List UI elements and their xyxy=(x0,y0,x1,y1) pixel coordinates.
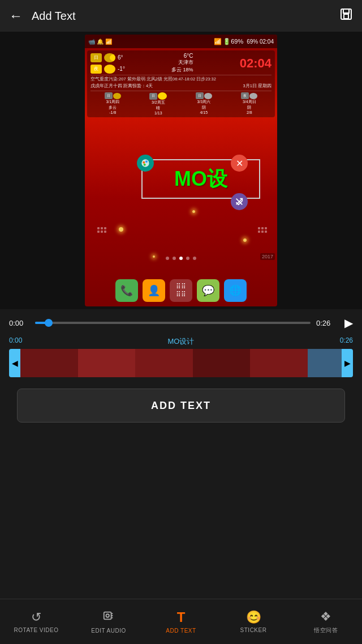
timeline-start-label: 0:00 xyxy=(9,336,22,347)
close-handle[interactable]: ✕ xyxy=(231,155,248,172)
grid-icon-left xyxy=(97,227,106,233)
dot-1 xyxy=(166,257,169,260)
frame-1 xyxy=(20,349,78,377)
grid-icon-right xyxy=(258,227,267,233)
svg-point-4 xyxy=(143,161,145,164)
bottom-toolbar: ↺ ROTATE VIDEO EDIT AUDIO T ADD TEXT 😊 S… xyxy=(0,599,362,644)
dot-3 xyxy=(179,257,183,260)
toolbar-rotate-video[interactable]: ↺ ROTATE VIDEO xyxy=(0,610,72,633)
dot-2 xyxy=(173,257,176,260)
add-text-icon: T xyxy=(177,609,186,625)
rotate-video-label: ROTATE VIDEO xyxy=(14,627,59,633)
total-time-label: 0:26 xyxy=(316,319,337,327)
frame-3 xyxy=(135,349,193,377)
frame-end xyxy=(308,349,342,377)
forecast-grid: 日 3/1周四多云-1/8 日 3/2周五晴1/13 日 3/3周六阴4/15 … xyxy=(90,91,272,115)
page-title: Add Text xyxy=(32,10,339,23)
weather-widget: 日 6° 夜 -1° 6°C 天津市 多云 18% xyxy=(87,50,275,117)
sparkle-1 xyxy=(119,227,123,232)
wukong-icon: ❖ xyxy=(320,609,331,624)
pollution-info: 空气重度污染:207 紫外最弱 北风2级 光照06:47-18:02 日步23:… xyxy=(90,75,272,82)
wukong-label: 悟空问答 xyxy=(314,626,338,634)
sparkle-3 xyxy=(243,238,247,242)
phone-app-icon[interactable]: 📞 xyxy=(115,279,138,302)
svg-point-6 xyxy=(144,164,146,166)
status-bar: 📹🔔📶 📶🔋69%69% 02:04 xyxy=(85,35,277,48)
apps-icon[interactable]: ⠿⠿⠿⠿ xyxy=(170,279,192,302)
app-dock: 📞 👤 ⠿⠿⠿⠿ 💬 🌐 xyxy=(115,279,247,302)
progress-bar[interactable] xyxy=(35,322,311,324)
frame-4 xyxy=(193,349,251,377)
video-preview: 📹🔔📶 📶🔋69%69% 02:04 日 6° xyxy=(0,32,362,309)
add-text-section: ADD TEXT xyxy=(0,377,362,434)
svg-point-8 xyxy=(106,614,109,617)
messages-app-icon[interactable]: 💬 xyxy=(197,279,219,302)
toolbar-edit-audio[interactable]: EDIT AUDIO xyxy=(72,609,145,634)
edit-audio-icon xyxy=(102,609,115,625)
app-header: ← Add Text xyxy=(0,0,362,32)
status-right: 📶🔋69%69% 02:04 xyxy=(214,38,274,45)
dot-5 xyxy=(193,257,196,260)
sticker-label: STICKER xyxy=(240,627,267,633)
frame-2 xyxy=(78,349,136,377)
phone-screen: 📹🔔📶 📶🔋69%69% 02:04 日 6° xyxy=(85,35,277,306)
timeline-section: 0:00 MO设计 0:26 ◀ ▶ xyxy=(0,336,362,377)
timeline-arrow-left[interactable]: ◀ xyxy=(9,349,20,377)
timeline-text-label: MO设计 xyxy=(168,336,195,347)
save-button[interactable] xyxy=(339,7,353,24)
toolbar-add-text[interactable]: T ADD TEXT xyxy=(145,609,217,634)
frame-5 xyxy=(250,349,308,377)
browser-app-icon[interactable]: 🌐 xyxy=(224,279,247,302)
svg-rect-1 xyxy=(343,9,349,13)
svg-point-5 xyxy=(145,160,148,163)
sparkle-4 xyxy=(153,255,155,258)
toolbar-wukong[interactable]: ❖ 悟空问答 xyxy=(290,609,362,634)
date-row: 戊戌年正月十四 距离惊蛰：4天 3月1日 星期四 xyxy=(90,83,272,89)
overlay-text: MO设 xyxy=(174,165,227,193)
current-time-label: 0:00 xyxy=(9,319,29,327)
sticker-icon: 😊 xyxy=(246,610,261,625)
timeline-arrow-right[interactable]: ▶ xyxy=(342,349,353,377)
svg-rect-2 xyxy=(344,14,348,19)
rotate-video-icon: ↺ xyxy=(31,610,41,625)
edit-audio-label: EDIT AUDIO xyxy=(91,628,126,634)
status-left: 📹🔔📶 xyxy=(88,39,112,45)
sparkle-2 xyxy=(192,210,195,213)
play-button[interactable]: ▶ xyxy=(344,316,353,330)
progress-thumb[interactable] xyxy=(45,319,53,327)
page-indicator xyxy=(166,257,196,260)
timeline-frames xyxy=(20,349,342,377)
add-text-button[interactable]: ADD TEXT xyxy=(17,389,345,423)
color-picker-handle[interactable] xyxy=(137,155,154,172)
timeline-end-label: 0:26 xyxy=(340,336,353,347)
contacts-app-icon[interactable]: 👤 xyxy=(143,279,165,302)
timeline-strip[interactable]: ◀ ▶ xyxy=(9,349,353,377)
back-button[interactable]: ← xyxy=(9,8,23,24)
watermark: 2017 xyxy=(260,253,275,260)
svg-rect-7 xyxy=(104,612,111,620)
resize-handle[interactable] xyxy=(231,193,248,210)
clock-display: 02:04 xyxy=(240,56,272,71)
timeline-labels: 0:00 MO设计 0:26 xyxy=(9,336,353,347)
svg-point-3 xyxy=(141,159,149,167)
dot-4 xyxy=(186,257,189,260)
progress-section: 0:00 0:26 ▶ xyxy=(0,309,362,336)
toolbar-sticker[interactable]: 😊 STICKER xyxy=(217,610,290,633)
add-text-toolbar-label: ADD TEXT xyxy=(166,628,196,634)
